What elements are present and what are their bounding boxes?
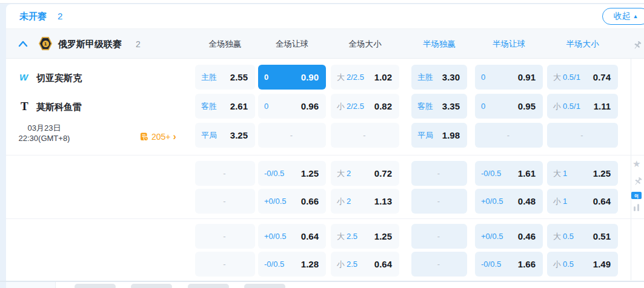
odds-cell[interactable]: 大0.5/10.74 <box>547 65 618 90</box>
odds-value: 0.90 <box>301 72 319 82</box>
odds-cell[interactable]: 平局1.98 <box>411 123 467 148</box>
odds-format-badge[interactable]: 0| <box>631 192 642 199</box>
odds-value: 0.48 <box>518 196 536 206</box>
odds-cell[interactable]: - <box>411 224 467 249</box>
odds-label: -0/0.5 <box>481 169 501 178</box>
column-header-half-3[interactable]: 半场独赢 <box>411 39 467 49</box>
skeleton-pill <box>244 284 285 288</box>
odds-label: 平局 <box>417 131 433 140</box>
odds-cell[interactable]: - <box>195 252 255 277</box>
star-icon[interactable]: ★ <box>632 159 640 169</box>
odds-board: 未开赛 2 收起 ▲ 1 俄罗斯甲级联赛 2 全场独赢全场让球全场大小半场独赢半… <box>0 0 644 288</box>
odds-cell[interactable]: 客胜3.35 <box>411 94 467 119</box>
odds-cell[interactable]: -0/0.51.28 <box>258 252 326 277</box>
odds-value: 1.28 <box>301 259 319 269</box>
odds-cell[interactable]: 大0.50.51 <box>547 224 618 249</box>
odds-value: 0.64 <box>301 231 319 241</box>
odds-cell[interactable]: - <box>195 189 255 214</box>
odds-value: 0.51 <box>593 231 611 241</box>
odds-cell[interactable]: 小10.64 <box>547 189 618 214</box>
odds-cell[interactable]: - <box>475 123 543 148</box>
home-team-logo: W <box>19 72 33 82</box>
odds-label: 0 <box>481 73 485 82</box>
odds-cell[interactable]: 大2.51.25 <box>331 224 399 249</box>
odds-cell[interactable]: 主胜3.30 <box>411 65 467 90</box>
column-header-full-2[interactable]: 全场大小 <box>331 39 399 49</box>
odds-cell[interactable]: 客胜2.61 <box>195 94 255 119</box>
odds-label: 2 <box>347 197 351 206</box>
odds-value: 1.13 <box>374 196 392 206</box>
odds-cell[interactable]: 小2/2.50.82 <box>331 94 399 119</box>
collapse-arrow-icon: ▲ <box>633 14 639 19</box>
odds-label: -0/0.5 <box>264 169 284 178</box>
odds-cell[interactable]: +0/0.50.64 <box>258 224 326 249</box>
odds-line-prefix: 大 <box>337 169 345 178</box>
odds-label: 2/2.5 <box>347 102 364 111</box>
odds-label: -0/0.5 <box>264 260 284 269</box>
odds-cell[interactable]: 大11.25 <box>547 161 618 186</box>
odds-cell[interactable]: +0/0.50.48 <box>475 189 543 214</box>
column-header-full-1[interactable]: 全场让球 <box>258 39 326 49</box>
odds-cell[interactable]: 小0.51.49 <box>547 252 618 277</box>
odds-cell[interactable]: +0/0.50.66 <box>258 189 326 214</box>
odds-value: 1.25 <box>593 168 611 178</box>
odds-label: 主胜 <box>417 73 433 82</box>
pin-icon[interactable] <box>632 41 642 50</box>
chevron-up-icon[interactable] <box>18 40 28 47</box>
league-name[interactable]: 俄罗斯甲级联赛 <box>58 39 122 50</box>
skeleton-pill <box>188 284 229 288</box>
odds-cell[interactable]: 小21.13 <box>331 189 399 214</box>
league-badge-inner: 1 <box>40 38 51 49</box>
odds-line-prefix: 小 <box>337 102 345 111</box>
odds-cell[interactable]: - <box>547 123 618 148</box>
odds-value: 0.82 <box>374 101 392 111</box>
column-header-full-0[interactable]: 全场独赢 <box>195 39 255 49</box>
odds-value: 3.35 <box>442 101 460 111</box>
odds-cell[interactable]: - <box>195 161 255 186</box>
odds-value: 3.30 <box>442 72 460 82</box>
odds-value: 0.95 <box>518 101 536 111</box>
odds-value: 0.74 <box>593 72 611 82</box>
odds-cell[interactable]: - <box>411 161 467 186</box>
odds-cell[interactable]: 大2/2.51.02 <box>331 65 399 90</box>
odds-value: 3.25 <box>230 130 248 140</box>
odds-value: 0.96 <box>301 101 319 111</box>
odds-cell[interactable]: -0/0.51.61 <box>475 161 543 186</box>
odds-cell[interactable]: - <box>411 189 467 214</box>
odds-label: 1 <box>563 169 567 178</box>
odds-cell[interactable]: 00.91 <box>475 65 543 90</box>
odds-line-prefix: 小 <box>337 197 345 206</box>
odds-cell[interactable]: 00.95 <box>475 94 543 119</box>
collapse-label: 收起 <box>614 11 631 22</box>
odds-cell[interactable]: - <box>258 123 326 148</box>
odds-label: +0/0.5 <box>481 197 503 206</box>
more-markets-link[interactable]: 205+ › <box>139 132 176 142</box>
league-badge-number: 1 <box>42 41 49 47</box>
odds-cell[interactable]: +0/0.50.46 <box>475 224 543 249</box>
odds-cell[interactable]: 小2.50.64 <box>331 252 399 277</box>
odds-label: 客胜 <box>417 102 433 111</box>
odds-cell[interactable]: 小0.5/11.11 <box>547 94 618 119</box>
odds-value: 0.72 <box>374 168 392 178</box>
odds-line-prefix: 大 <box>553 232 561 241</box>
odds-label: 平局 <box>201 131 217 140</box>
stats-bars-icon[interactable] <box>634 204 639 211</box>
pin-icon[interactable] <box>633 177 643 186</box>
odds-label: 2.5 <box>347 260 357 269</box>
odds-cell[interactable]: 大20.72 <box>331 161 399 186</box>
odds-cell[interactable]: - <box>411 252 467 277</box>
odds-line-prefix: 小 <box>553 260 561 269</box>
odds-cell[interactable]: 主胜2.55 <box>195 65 255 90</box>
odds-cell[interactable]: 00.96 <box>258 94 326 119</box>
away-team-name: 莫斯科鱼雷 <box>36 102 82 113</box>
odds-cell[interactable]: 平局3.25 <box>195 123 255 148</box>
odds-cell[interactable]: - <box>331 123 399 148</box>
column-header-half-4[interactable]: 半场让球 <box>475 39 543 49</box>
collapse-button[interactable]: 收起 ▲ <box>602 8 644 25</box>
league-match-count: 2 <box>136 39 141 49</box>
odds-cell[interactable]: 00.90 <box>258 65 326 90</box>
odds-cell[interactable]: -0/0.51.66 <box>475 252 543 277</box>
odds-cell[interactable]: -0/0.51.25 <box>258 161 326 186</box>
odds-cell[interactable]: - <box>195 224 255 249</box>
column-header-half-5[interactable]: 半场大小 <box>547 39 618 49</box>
